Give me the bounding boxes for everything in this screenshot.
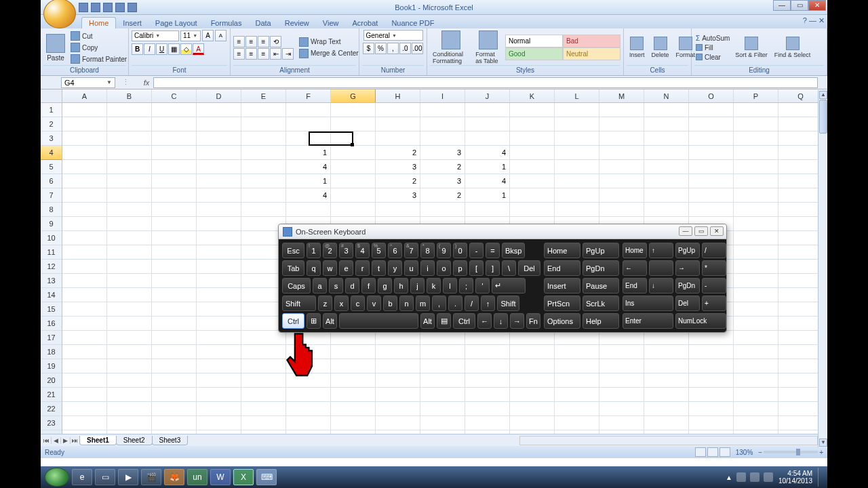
cell[interactable] <box>465 103 510 117</box>
tab-insert[interactable]: Insert <box>116 18 149 28</box>
cell[interactable] <box>420 103 465 117</box>
cell[interactable] <box>734 416 778 430</box>
maximize-button[interactable]: ▭ <box>791 0 808 11</box>
col-header[interactable]: E <box>241 89 286 102</box>
indent-inc-icon[interactable]: ⇥ <box>282 48 294 60</box>
cell[interactable] <box>599 331 644 345</box>
underline-button[interactable]: U <box>156 43 167 55</box>
cell[interactable] <box>331 359 376 373</box>
cell[interactable] <box>734 359 778 373</box>
cell[interactable] <box>331 131 376 146</box>
key-prtscn[interactable]: PrtScn <box>544 296 580 311</box>
cell[interactable] <box>107 274 152 288</box>
style-neutral[interactable]: Neutral <box>563 47 620 60</box>
cell[interactable] <box>689 359 734 373</box>
font-name-combo[interactable]: Calibri▼ <box>132 30 179 41</box>
cell[interactable] <box>644 373 689 388</box>
insert-cells-button[interactable]: Insert <box>627 37 648 58</box>
cell[interactable] <box>152 317 197 331</box>
cell[interactable] <box>599 103 644 117</box>
vertical-scrollbar[interactable]: ▲ ▼ <box>818 90 827 447</box>
ie-icon[interactable]: e <box>72 469 92 485</box>
cell[interactable] <box>376 117 420 131</box>
key-6[interactable]: ^6 <box>388 243 402 258</box>
horizontal-scrollbar[interactable] <box>519 436 818 445</box>
cell[interactable] <box>62 345 107 359</box>
key-help[interactable]: Help <box>583 313 619 329</box>
col-header[interactable]: A <box>62 89 107 102</box>
row-header[interactable]: 19 <box>41 359 62 373</box>
merge-center-button[interactable]: Merge & Center <box>298 48 360 59</box>
cell[interactable] <box>599 359 644 373</box>
key-5[interactable]: %5 <box>372 243 386 258</box>
cell[interactable] <box>376 373 420 388</box>
cell[interactable] <box>510 146 555 160</box>
cell[interactable] <box>689 103 734 117</box>
key-pgdn[interactable]: PgDn <box>583 260 619 276</box>
inc-decimal-icon[interactable]: .0 <box>399 43 411 54</box>
key-s[interactable]: s <box>329 278 343 293</box>
cell[interactable] <box>152 174 197 188</box>
key-h[interactable]: h <box>394 278 408 293</box>
show-desktop-button[interactable] <box>818 468 823 487</box>
cell[interactable] <box>152 288 197 302</box>
cell[interactable] <box>376 416 420 430</box>
cell[interactable] <box>376 203 420 217</box>
cell[interactable] <box>197 203 241 217</box>
cell[interactable] <box>465 345 510 359</box>
bold-button[interactable]: B <box>132 43 143 55</box>
more-icon[interactable] <box>127 3 137 12</box>
cell[interactable] <box>107 317 152 331</box>
numkey-del[interactable]: Del <box>675 296 700 311</box>
cell[interactable] <box>152 416 197 430</box>
key-→[interactable]: → <box>510 313 524 329</box>
cut-button[interactable]: Cut <box>69 30 128 41</box>
cell[interactable] <box>107 402 152 416</box>
numkey-/[interactable]: / <box>702 243 726 258</box>
numkey-pgdn[interactable]: PgDn <box>675 278 700 293</box>
cell[interactable] <box>778 174 823 188</box>
cell[interactable] <box>599 203 644 217</box>
key-tab[interactable]: Tab <box>282 260 304 276</box>
cell[interactable] <box>152 245 197 260</box>
cell[interactable] <box>62 359 107 373</box>
cell[interactable] <box>555 131 599 146</box>
cell[interactable] <box>286 117 331 131</box>
cell[interactable] <box>644 103 689 117</box>
cell[interactable] <box>599 146 644 160</box>
cell[interactable] <box>152 231 197 245</box>
cell[interactable] <box>689 131 734 146</box>
cell[interactable] <box>62 388 107 402</box>
start-button[interactable] <box>45 468 69 487</box>
key-del[interactable]: Del <box>518 260 540 276</box>
cell[interactable] <box>734 231 778 245</box>
cell[interactable] <box>510 359 555 373</box>
cell[interactable] <box>599 345 644 359</box>
osk-title-bar[interactable]: On-Screen Keyboard — ▭ ✕ <box>279 224 726 239</box>
cell[interactable] <box>197 217 241 231</box>
cell[interactable] <box>689 174 734 188</box>
row-header[interactable]: 15 <box>41 302 62 317</box>
cell[interactable] <box>152 131 197 146</box>
cell[interactable] <box>331 331 376 345</box>
cell[interactable] <box>152 203 197 217</box>
cell[interactable] <box>734 274 778 288</box>
select-all-corner[interactable] <box>41 89 62 103</box>
col-header[interactable]: P <box>734 89 778 102</box>
paste-button[interactable]: Paste <box>43 34 68 62</box>
col-header[interactable]: N <box>644 89 689 102</box>
zoom-in-icon[interactable]: + <box>819 449 823 456</box>
cell[interactable] <box>241 359 286 373</box>
cell[interactable] <box>555 416 599 430</box>
cell[interactable] <box>197 146 241 160</box>
numkey-+[interactable]: + <box>702 296 726 311</box>
cell[interactable] <box>555 188 599 203</box>
key-↑[interactable]: ↑ <box>481 296 495 311</box>
print-icon[interactable] <box>115 3 125 12</box>
key-↵[interactable]: ↵ <box>492 278 526 293</box>
cell[interactable] <box>62 203 107 217</box>
cell[interactable] <box>510 160 555 174</box>
cell[interactable] <box>62 245 107 260</box>
copy-button[interactable]: Copy <box>69 42 128 53</box>
key-m[interactable]: m <box>416 296 430 311</box>
